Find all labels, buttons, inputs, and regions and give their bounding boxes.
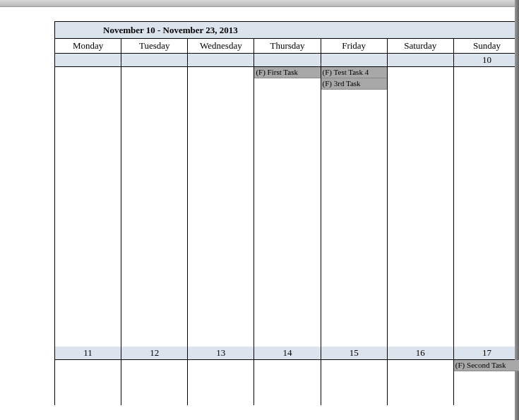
calendar-day-header-row: Monday Tuesday Wednesday Thursday Friday…: [55, 39, 519, 54]
day-cell[interactable]: [121, 360, 188, 405]
calendar-title: November 10 - November 23, 2013: [103, 25, 238, 36]
date-cell[interactable]: 12: [121, 347, 188, 359]
date-cell[interactable]: 15: [321, 347, 388, 359]
day-header-monday: Monday: [55, 39, 121, 53]
date-cell[interactable]: [321, 54, 388, 66]
app-top-strip: [0, 0, 519, 7]
day-cell[interactable]: [55, 360, 121, 405]
week1-date-row: 10: [55, 54, 519, 67]
day-cell[interactable]: (F) Second Task: [454, 360, 519, 405]
day-header-tuesday: Tuesday: [121, 39, 188, 53]
day-header-wednesday: Wednesday: [188, 39, 254, 53]
date-cell[interactable]: 11: [55, 347, 121, 359]
task-item[interactable]: (F) Test Task 4: [321, 67, 387, 78]
day-cell[interactable]: [321, 360, 388, 405]
date-cell[interactable]: 17: [454, 347, 519, 359]
week2-body-row: (F) Second Task: [55, 360, 519, 405]
day-cell[interactable]: [188, 67, 254, 347]
date-cell[interactable]: 10: [454, 54, 519, 66]
day-cell[interactable]: (F) First Task: [254, 67, 321, 347]
date-cell[interactable]: 13: [188, 347, 254, 359]
day-header-sunday: Sunday: [454, 39, 519, 53]
day-cell[interactable]: [454, 67, 519, 347]
day-header-thursday: Thursday: [254, 39, 321, 53]
date-cell[interactable]: [388, 54, 454, 66]
week2-date-row: 11 12 13 14 15 16 17: [55, 347, 519, 360]
date-cell[interactable]: [55, 54, 121, 66]
day-cell[interactable]: [388, 67, 454, 347]
task-item[interactable]: (F) First Task: [254, 67, 320, 78]
calendar-title-bar: November 10 - November 23, 2013: [55, 22, 519, 39]
date-cell[interactable]: [121, 54, 188, 66]
page-area: November 10 - November 23, 2013 Monday T…: [0, 7, 519, 420]
date-cell[interactable]: [188, 54, 254, 66]
day-header-saturday: Saturday: [388, 39, 454, 53]
day-cell[interactable]: (F) Test Task 4 (F) 3rd Task: [321, 67, 388, 347]
date-cell[interactable]: [254, 54, 321, 66]
calendar-grid: November 10 - November 23, 2013 Monday T…: [54, 21, 519, 405]
task-item[interactable]: (F) 3rd Task: [321, 78, 387, 90]
day-cell[interactable]: [121, 67, 188, 347]
day-header-friday: Friday: [321, 39, 388, 53]
day-cell[interactable]: [388, 360, 454, 405]
day-cell[interactable]: [55, 67, 121, 347]
date-cell[interactable]: 14: [254, 347, 321, 359]
day-cell[interactable]: [254, 360, 321, 405]
day-cell[interactable]: [188, 360, 254, 405]
date-cell[interactable]: 16: [388, 347, 454, 359]
week1-body-row: (F) First Task (F) Test Task 4 (F) 3rd T…: [55, 67, 519, 347]
task-item[interactable]: (F) Second Task: [454, 360, 519, 371]
